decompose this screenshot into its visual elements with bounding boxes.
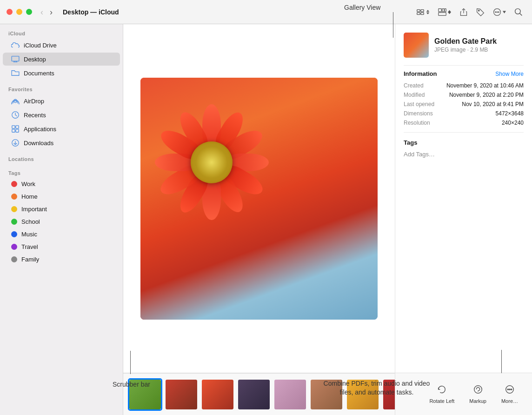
svg-point-36 [511,389,512,390]
back-button[interactable]: ‹ [39,7,45,17]
sidebar-item-tag-music[interactable]: Music [3,228,120,240]
info-row-created: Created November 9, 2020 at 10:46 AM [404,81,524,90]
scrubber-thumb-1[interactable] [128,378,162,411]
large-preview-image [140,78,378,320]
tag-dot-family [11,256,17,262]
sidebar-item-tag-work[interactable]: Work [3,178,120,190]
sidebar-label-desktop: Desktop [24,56,46,63]
scrubber-thumb-2[interactable] [164,378,199,411]
info-thumbnail [404,33,429,58]
svg-marker-17 [503,11,506,13]
sidebar-item-tag-family[interactable]: Family [3,254,120,265]
svg-rect-1 [421,9,424,12]
share-button[interactable] [457,6,471,18]
svg-point-31 [474,386,482,394]
share-icon [459,8,468,16]
info-row-dimensions: Dimensions 5472×3648 [404,109,524,118]
more-actions-label: More… [501,398,518,404]
info-value-created: November 9, 2020 at 10:46 AM [446,82,524,89]
sidebar-item-tag-travel[interactable]: Travel [3,241,120,253]
sidebar-label-tag-important: Important [21,206,47,213]
info-row-modified: Modified November 9, 2020 at 2:20 PM [404,90,524,100]
sidebar-item-applications[interactable]: Applications [3,122,120,135]
airdrop-icon [11,97,20,105]
downloads-icon [11,139,20,147]
minimize-button[interactable] [16,9,22,15]
sidebar-item-airdrop[interactable]: AirDrop [3,94,120,107]
sidebar-item-tag-important[interactable]: Important [3,203,120,215]
sidebar-label-tag-music: Music [21,231,37,238]
recents-icon [11,111,20,119]
forward-button[interactable]: › [48,7,54,17]
sidebar-item-tag-home[interactable]: Home [3,191,120,202]
documents-folder-icon [11,69,20,77]
info-value-resolution: 240×240 [502,120,524,126]
title-bar: ‹ › Desktop — iCloud [0,0,532,24]
scrubber-thumb-6[interactable] [309,378,344,411]
info-row-resolution: Resolution 240×240 [404,118,524,127]
maximize-button[interactable] [26,9,32,15]
info-divider-2 [404,132,524,133]
gallery-view-button[interactable] [435,6,454,18]
svg-rect-9 [439,12,446,15]
search-button[interactable] [512,6,525,18]
window-controls [7,9,32,15]
tag-dot-music [11,231,17,237]
tag-dot-important [11,206,17,212]
close-button[interactable] [7,9,13,15]
scrubber-thumb-4[interactable] [237,378,271,411]
tag-dot-home [11,194,17,200]
scrubber-thumb-8[interactable] [382,378,395,411]
sidebar-label-recents: Recents [24,112,46,119]
more-actions-button[interactable]: More… [496,382,524,407]
sidebar-item-recents[interactable]: Recents [3,108,120,121]
more-button[interactable] [490,6,509,18]
info-header: Golden Gate Park JPEG image · 2.9 MB [404,33,524,58]
sidebar-item-icloud-drive[interactable]: iCloud Drive [3,39,120,52]
scrubber-thumb-7[interactable] [346,378,380,411]
svg-marker-10 [448,10,451,12]
gallery-view-icon [438,8,446,16]
svg-marker-11 [448,12,451,14]
sidebar: iCloud iCloud Drive [0,24,123,415]
bottom-action-bar: Rotate Left Markup [395,373,532,415]
sidebar-section-tags: Tags [0,164,123,178]
markup-button[interactable]: Markup [464,382,492,407]
svg-point-14 [495,12,496,13]
sidebar-label-tag-school: School [21,218,40,225]
tag-icon [476,8,485,16]
view-toggle-icon [416,8,425,16]
chevron-updown-icon [426,9,430,15]
sidebar-item-documents[interactable]: Documents [3,67,120,80]
rotate-left-button[interactable]: Rotate Left [424,382,460,407]
sidebar-label-icloud-drive: iCloud Drive [24,42,57,49]
info-label-last-opened: Last opened [404,101,434,107]
svg-rect-29 [16,129,19,132]
svg-marker-5 [426,12,429,14]
search-icon [514,8,523,16]
rotate-left-icon [437,384,447,397]
more-chevron-icon [503,11,506,13]
info-divider-1 [404,65,524,66]
add-tags[interactable]: Add Tags… [404,151,435,158]
scrubber-thumb-5[interactable] [273,378,307,411]
svg-line-19 [519,13,522,15]
markup-icon [473,384,483,397]
info-row-last-opened: Last opened Nov 10, 2020 at 9:41 PM [404,100,524,109]
svg-point-12 [479,10,479,11]
sidebar-item-desktop[interactable]: Desktop [3,53,120,66]
sidebar-item-downloads[interactable]: Downloads [3,136,120,149]
tag-button[interactable] [473,6,487,18]
info-show-more[interactable]: Show More [495,71,524,77]
info-section-header: Information Show More [404,70,524,77]
gallery-area: Golden Gate Park JPEG image · 2.9 MB Inf… [123,24,532,373]
toolbar-right [413,6,525,18]
info-filename: Golden Gate Park [434,37,524,46]
svg-rect-27 [16,126,19,128]
sidebar-item-tag-school[interactable]: School [3,216,120,228]
svg-rect-0 [417,9,420,12]
scrubber-thumb-3[interactable] [200,378,235,411]
preview-pane [123,24,395,373]
view-toggle-button[interactable] [413,6,432,18]
info-value-modified: November 9, 2020 at 2:20 PM [449,92,524,98]
